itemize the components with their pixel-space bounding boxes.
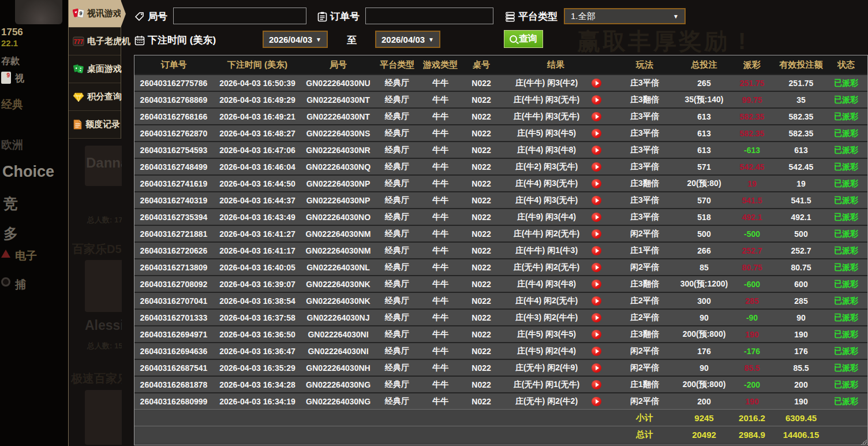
cell-platform: 经典厅: [375, 78, 420, 88]
cell-platform: 经典厅: [375, 128, 420, 139]
cell-round-no: GN022264030NS: [302, 129, 375, 138]
cell-payout: -613: [729, 146, 775, 155]
cell-platform: 经典厅: [375, 313, 420, 323]
replay-button[interactable]: [592, 95, 610, 105]
replay-button[interactable]: [592, 280, 610, 289]
replay-button[interactable]: [592, 213, 610, 222]
cell-total-bet: 500: [679, 229, 729, 239]
subtotal-row: 小计 9245 2016.2 6309.45: [134, 409, 867, 426]
header-platform: 平台类型: [375, 60, 420, 70]
date-to-select[interactable]: 2026/04/03 ▼: [375, 31, 440, 48]
table-games-icon: [73, 64, 84, 75]
cell-game-type: 牛牛: [420, 329, 461, 340]
header-bet-time: 下注时间 (美东): [213, 60, 302, 70]
cell-order-no: 260403162680999: [134, 397, 213, 406]
electronic-games-icon: [1, 250, 10, 258]
table-row: 260403162687541 2026-04-03 16:35:29 GN02…: [134, 359, 867, 376]
cell-table-no: N022: [461, 162, 502, 172]
cell-play: 庄3平倍: [610, 145, 679, 155]
platform-type-select[interactable]: 1.全部 ▼: [564, 8, 686, 24]
replay-button[interactable]: [592, 330, 610, 339]
svg-text:777: 777: [74, 39, 84, 45]
query-button[interactable]: 查询: [504, 30, 543, 48]
card-icon: 9: [1, 72, 11, 84]
cell-table-no: N022: [461, 79, 502, 88]
replay-button[interactable]: [592, 129, 610, 138]
cell-game-type: 牛牛: [420, 296, 461, 306]
order-number-input[interactable]: [365, 8, 493, 24]
cell-total-bet: 200: [679, 397, 729, 406]
cell-payout: 542.45: [729, 162, 775, 172]
cell-platform: 经典厅: [375, 162, 420, 172]
cell-round-no: GN022264030NT: [302, 112, 375, 121]
replay-button[interactable]: [592, 146, 610, 155]
replay-button[interactable]: [592, 229, 610, 239]
cell-total-bet: 35(预:140): [679, 95, 729, 105]
sidebar-item-points-query[interactable]: 积分查询: [69, 83, 121, 111]
cell-result: 庄(牛5) 闲3(牛5): [502, 128, 610, 139]
resize-grip[interactable]: [861, 439, 867, 445]
replay-button[interactable]: [592, 196, 610, 205]
cell-table-no: N022: [461, 95, 502, 105]
replay-button[interactable]: [592, 79, 610, 88]
cell-result: 庄(牛4) 闲3(牛8): [502, 145, 610, 155]
bet-time-label: 下注时间 (美东): [134, 34, 216, 47]
balance-amount: 1756: [1, 27, 23, 38]
cell-platform: 经典厅: [375, 145, 420, 155]
sidebar-item-quota-records[interactable]: 额度记录: [69, 111, 121, 139]
replay-button[interactable]: [592, 347, 610, 356]
cell-result: 庄(牛4) 闲3(无牛): [502, 179, 610, 189]
cell-valid-bet: 80.75: [775, 263, 827, 272]
sidebar-item-table-games[interactable]: 桌面游戏: [69, 55, 121, 83]
header-play: 玩法: [610, 60, 679, 70]
round-number-input[interactable]: [173, 8, 306, 24]
cell-round-no: GN022264030NT: [302, 95, 375, 105]
cell-game-type: 牛牛: [420, 112, 461, 122]
cell-payout: 99.75: [729, 95, 775, 105]
fishing-king-icon: [1, 277, 10, 287]
replay-button[interactable]: [592, 112, 610, 121]
sidebar-item-video-games[interactable]: 9 视讯游戏: [69, 0, 121, 28]
cell-result: 庄(牛牛) 闲3(无牛): [502, 95, 610, 105]
cell-round-no: GN022264030NK: [302, 296, 375, 306]
cell-round-no: GN022264030NP: [302, 179, 375, 188]
table-row: 260403162681878 2026-04-03 16:34:28 GN02…: [134, 376, 867, 392]
cell-table-no: N022: [461, 263, 502, 272]
cell-bet-time: 2026-04-03 16:35:29: [213, 363, 302, 373]
player-count: 总人数: 15: [87, 341, 122, 351]
sidebar-item-slots[interactable]: 777 电子老虎机: [69, 28, 121, 55]
cell-play: 庄3翻倍: [610, 279, 679, 289]
cell-total-bet: 265: [679, 79, 729, 88]
cell-play: 庄3平倍: [610, 212, 679, 222]
cell-table-no: N022: [461, 196, 502, 205]
cards-icon: 9: [73, 8, 84, 19]
replay-button[interactable]: [592, 380, 610, 389]
cell-round-no: GN022264030NG: [302, 380, 375, 389]
cell-order-no: 260403162687541: [134, 363, 213, 373]
cell-table-no: N022: [461, 313, 502, 322]
table-name: 极速百家乐D: [71, 371, 122, 386]
replay-button[interactable]: [592, 246, 610, 255]
cell-status: 已派彩: [827, 112, 865, 122]
cell-payout: -200: [729, 380, 775, 389]
cell-status: 已派彩: [827, 329, 865, 340]
play-icon: [592, 347, 601, 356]
date-from-select[interactable]: 2026/04/03 ▼: [263, 31, 328, 48]
replay-button[interactable]: [592, 397, 610, 406]
europe-hall-fragment: 欧洲: [1, 137, 23, 153]
records-sidebar: 9 视讯游戏 777 电子老虎机 桌面游戏 积分查询 额度记录: [68, 0, 121, 446]
table-row: 260403162762870 2026-04-03 16:48:27 GN02…: [134, 124, 867, 141]
table-row: 260403162713809 2026-04-03 16:40:05 GN02…: [134, 258, 867, 275]
cell-game-type: 牛牛: [420, 229, 461, 239]
replay-button[interactable]: [592, 179, 610, 188]
cell-valid-bet: 542.45: [775, 162, 827, 172]
replay-button[interactable]: [592, 296, 610, 306]
cell-play: 闲2平倍: [610, 262, 679, 273]
replay-button[interactable]: [592, 263, 610, 272]
replay-button[interactable]: [592, 313, 610, 322]
cell-table-no: N022: [461, 380, 502, 389]
replay-button[interactable]: [592, 363, 610, 373]
replay-button[interactable]: [592, 162, 610, 172]
cell-round-no: GN022264030NJ: [302, 313, 375, 322]
search-icon: [510, 35, 517, 43]
